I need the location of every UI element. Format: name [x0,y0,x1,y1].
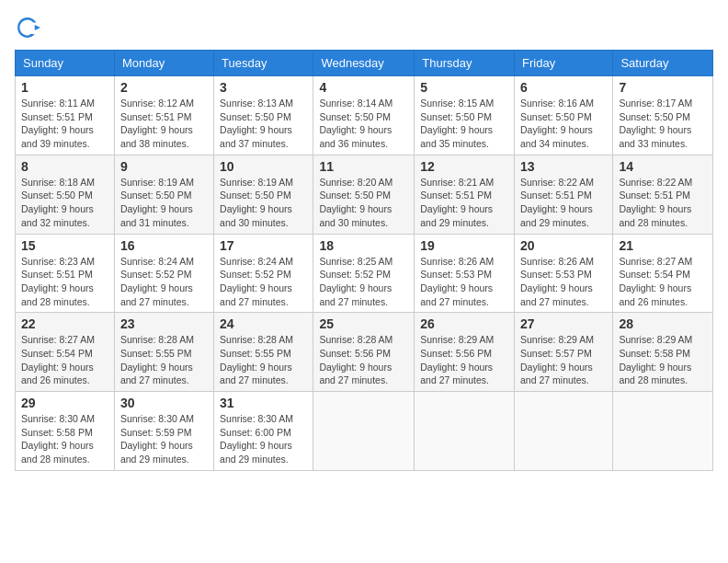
day-detail: Sunrise: 8:19 AMSunset: 5:50 PMDaylight:… [220,177,293,228]
calendar-cell: 18 Sunrise: 8:25 AMSunset: 5:52 PMDaylig… [313,234,415,313]
day-detail: Sunrise: 8:26 AMSunset: 5:53 PMDaylight:… [420,256,494,307]
day-detail: Sunrise: 8:23 AMSunset: 5:51 PMDaylight:… [21,256,95,307]
calendar-cell: 20 Sunrise: 8:26 AMSunset: 5:53 PMDaylig… [515,234,613,313]
day-number: 2 [120,80,208,95]
day-detail: Sunrise: 8:22 AMSunset: 5:51 PMDaylight:… [619,177,692,228]
weekday-header-tuesday: Tuesday [214,51,313,76]
logo [15,15,44,40]
day-detail: Sunrise: 8:11 AMSunset: 5:51 PMDaylight:… [21,98,95,149]
day-number: 29 [21,396,108,410]
calendar-cell: 5 Sunrise: 8:15 AMSunset: 5:50 PMDayligh… [415,76,515,155]
logo-icon [15,15,40,40]
day-number: 3 [220,80,307,95]
day-detail: Sunrise: 8:12 AMSunset: 5:51 PMDaylight:… [120,98,194,149]
day-number: 8 [21,159,108,174]
weekday-header-saturday: Saturday [613,51,713,76]
day-detail: Sunrise: 8:14 AMSunset: 5:50 PMDaylight:… [319,98,392,149]
calendar-cell: 25 Sunrise: 8:28 AMSunset: 5:56 PMDaylig… [313,313,415,392]
calendar-week-1: 1 Sunrise: 8:11 AMSunset: 5:51 PMDayligh… [16,76,713,155]
day-number: 10 [220,159,307,174]
day-detail: Sunrise: 8:28 AMSunset: 5:55 PMDaylight:… [120,334,194,385]
day-number: 12 [420,159,508,174]
day-number: 25 [319,316,408,331]
weekday-header-friday: Friday [515,51,613,76]
day-number: 11 [319,159,408,174]
calendar-cell: 13 Sunrise: 8:22 AMSunset: 5:51 PMDaylig… [515,155,613,234]
day-detail: Sunrise: 8:17 AMSunset: 5:50 PMDaylight:… [619,98,692,149]
day-number: 17 [220,238,307,253]
calendar-cell [313,392,415,471]
day-detail: Sunrise: 8:30 AMSunset: 5:58 PMDaylight:… [21,413,95,465]
day-detail: Sunrise: 8:28 AMSunset: 5:56 PMDaylight:… [319,334,392,385]
day-detail: Sunrise: 8:21 AMSunset: 5:51 PMDaylight:… [420,177,494,228]
day-number: 23 [120,316,208,331]
calendar-cell: 26 Sunrise: 8:29 AMSunset: 5:56 PMDaylig… [415,313,515,392]
calendar-cell: 12 Sunrise: 8:21 AMSunset: 5:51 PMDaylig… [415,155,515,234]
day-number: 28 [619,316,707,331]
page-header [15,15,713,40]
calendar-cell: 3 Sunrise: 8:13 AMSunset: 5:50 PMDayligh… [214,76,313,155]
calendar-table: SundayMondayTuesdayWednesdayThursdayFrid… [15,50,713,471]
day-detail: Sunrise: 8:30 AMSunset: 6:00 PMDaylight:… [220,413,293,465]
calendar-cell: 10 Sunrise: 8:19 AMSunset: 5:50 PMDaylig… [214,155,313,234]
calendar-cell: 15 Sunrise: 8:23 AMSunset: 5:51 PMDaylig… [16,234,115,313]
svg-marker-0 [35,25,40,30]
day-detail: Sunrise: 8:29 AMSunset: 5:58 PMDaylight:… [619,334,692,385]
calendar-cell: 1 Sunrise: 8:11 AMSunset: 5:51 PMDayligh… [16,76,115,155]
calendar-cell: 11 Sunrise: 8:20 AMSunset: 5:50 PMDaylig… [313,155,415,234]
calendar-cell: 16 Sunrise: 8:24 AMSunset: 5:52 PMDaylig… [114,234,213,313]
day-number: 30 [120,396,208,410]
day-detail: Sunrise: 8:16 AMSunset: 5:50 PMDaylight:… [520,98,594,149]
day-number: 13 [520,159,607,174]
calendar-cell [415,392,515,471]
day-detail: Sunrise: 8:25 AMSunset: 5:52 PMDaylight:… [319,256,392,307]
calendar-cell [515,392,613,471]
calendar-cell: 8 Sunrise: 8:18 AMSunset: 5:50 PMDayligh… [16,155,115,234]
day-number: 9 [120,159,208,174]
calendar-cell: 22 Sunrise: 8:27 AMSunset: 5:54 PMDaylig… [16,313,115,392]
day-detail: Sunrise: 8:13 AMSunset: 5:50 PMDaylight:… [220,98,293,149]
day-number: 21 [619,238,707,253]
day-detail: Sunrise: 8:28 AMSunset: 5:55 PMDaylight:… [220,334,293,385]
day-number: 1 [21,80,108,95]
day-detail: Sunrise: 8:22 AMSunset: 5:51 PMDaylight:… [520,177,594,228]
calendar-cell: 24 Sunrise: 8:28 AMSunset: 5:55 PMDaylig… [214,313,313,392]
day-detail: Sunrise: 8:15 AMSunset: 5:50 PMDaylight:… [420,98,494,149]
day-number: 18 [319,238,408,253]
day-number: 5 [420,80,508,95]
calendar-cell: 4 Sunrise: 8:14 AMSunset: 5:50 PMDayligh… [313,76,415,155]
calendar-cell: 6 Sunrise: 8:16 AMSunset: 5:50 PMDayligh… [515,76,613,155]
day-number: 7 [619,80,707,95]
weekday-header-sunday: Sunday [16,51,115,76]
calendar-cell: 27 Sunrise: 8:29 AMSunset: 5:57 PMDaylig… [515,313,613,392]
day-number: 22 [21,316,108,331]
calendar-week-2: 8 Sunrise: 8:18 AMSunset: 5:50 PMDayligh… [16,155,713,234]
day-number: 19 [420,238,508,253]
weekday-header-monday: Monday [114,51,213,76]
day-detail: Sunrise: 8:24 AMSunset: 5:52 PMDaylight:… [220,256,293,307]
day-detail: Sunrise: 8:29 AMSunset: 5:56 PMDaylight:… [420,334,494,385]
day-detail: Sunrise: 8:19 AMSunset: 5:50 PMDaylight:… [120,177,194,228]
day-detail: Sunrise: 8:30 AMSunset: 5:59 PMDaylight:… [120,413,194,465]
day-number: 26 [420,316,508,331]
calendar-cell: 31 Sunrise: 8:30 AMSunset: 6:00 PMDaylig… [214,392,313,471]
day-detail: Sunrise: 8:20 AMSunset: 5:50 PMDaylight:… [319,177,392,228]
day-number: 24 [220,316,307,331]
calendar-cell: 28 Sunrise: 8:29 AMSunset: 5:58 PMDaylig… [613,313,713,392]
day-number: 20 [520,238,607,253]
day-number: 15 [21,238,108,253]
day-detail: Sunrise: 8:18 AMSunset: 5:50 PMDaylight:… [21,177,95,228]
calendar-header-row: SundayMondayTuesdayWednesdayThursdayFrid… [16,51,713,76]
day-number: 4 [319,80,408,95]
calendar-cell: 17 Sunrise: 8:24 AMSunset: 5:52 PMDaylig… [214,234,313,313]
calendar-cell: 9 Sunrise: 8:19 AMSunset: 5:50 PMDayligh… [114,155,213,234]
calendar-cell [613,392,713,471]
calendar-body: 1 Sunrise: 8:11 AMSunset: 5:51 PMDayligh… [16,76,713,471]
day-number: 14 [619,159,707,174]
day-detail: Sunrise: 8:27 AMSunset: 5:54 PMDaylight:… [21,334,95,385]
calendar-cell: 19 Sunrise: 8:26 AMSunset: 5:53 PMDaylig… [415,234,515,313]
day-detail: Sunrise: 8:24 AMSunset: 5:52 PMDaylight:… [120,256,194,307]
calendar-week-4: 22 Sunrise: 8:27 AMSunset: 5:54 PMDaylig… [16,313,713,392]
day-number: 27 [520,316,607,331]
weekday-header-thursday: Thursday [415,51,515,76]
